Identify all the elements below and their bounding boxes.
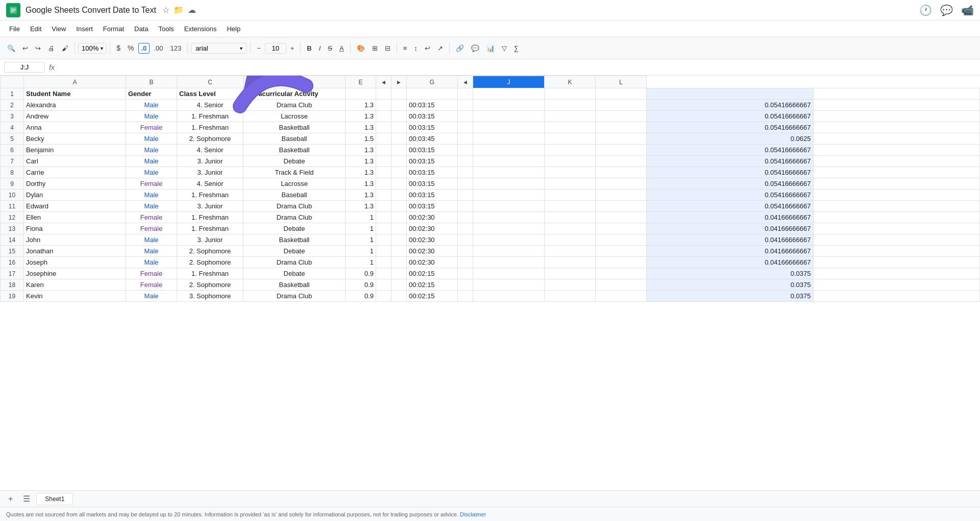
cell[interactable] bbox=[545, 111, 596, 122]
cell[interactable]: 1.3 bbox=[346, 145, 376, 156]
fill-color-button[interactable]: 🎨 bbox=[354, 42, 368, 54]
col-header-L[interactable]: L bbox=[596, 76, 647, 88]
cell[interactable] bbox=[813, 279, 980, 291]
cell[interactable] bbox=[596, 88, 647, 100]
cell[interactable] bbox=[813, 111, 980, 122]
cell[interactable] bbox=[458, 156, 473, 167]
row-header-7[interactable]: 7 bbox=[1, 156, 24, 167]
cell[interactable] bbox=[458, 234, 473, 246]
cell[interactable]: Andrew bbox=[24, 111, 126, 122]
cell[interactable]: 1.3 bbox=[346, 178, 376, 190]
cell[interactable]: Drama Club bbox=[243, 257, 346, 268]
cell[interactable] bbox=[596, 145, 647, 156]
rotate-button[interactable]: ↗ bbox=[434, 42, 446, 54]
sheet-tab-1[interactable]: Sheet1 bbox=[36, 493, 73, 505]
currency-button[interactable]: $ bbox=[113, 42, 124, 54]
cell[interactable] bbox=[458, 190, 473, 201]
cell[interactable]: 1 bbox=[346, 223, 376, 234]
cell[interactable]: 00:02:30 bbox=[407, 246, 458, 257]
row-header-1[interactable]: 1 bbox=[1, 88, 24, 100]
cell[interactable]: 1.3 bbox=[346, 156, 376, 167]
chart-button[interactable]: 📊 bbox=[483, 42, 498, 54]
merge-button[interactable]: ⊟ bbox=[382, 42, 394, 54]
cell[interactable]: 00:02:15 bbox=[407, 291, 458, 302]
cell[interactable]: Male bbox=[126, 190, 177, 201]
folder-icon[interactable]: 📁 bbox=[174, 5, 184, 15]
cell[interactable]: Class Level bbox=[177, 88, 243, 100]
menu-data[interactable]: Data bbox=[129, 23, 153, 35]
cell[interactable]: Male bbox=[126, 167, 177, 178]
cell[interactable]: Lacrosse bbox=[243, 178, 346, 190]
cell[interactable]: Dorthy bbox=[24, 178, 126, 190]
cell[interactable]: 1 bbox=[346, 234, 376, 246]
menu-tools[interactable]: Tools bbox=[153, 23, 179, 35]
wrap-button[interactable]: ↩ bbox=[422, 42, 433, 54]
menu-extensions[interactable]: Extensions bbox=[179, 23, 222, 35]
cell[interactable]: Male bbox=[126, 246, 177, 257]
cell[interactable]: 2. Sophomore bbox=[177, 279, 243, 291]
cell[interactable]: 0.0625 bbox=[647, 133, 814, 145]
row-header-16[interactable]: 16 bbox=[1, 257, 24, 268]
cell[interactable] bbox=[458, 291, 473, 302]
text-color-button[interactable]: A bbox=[336, 42, 347, 54]
cell[interactable]: 0.9 bbox=[346, 291, 376, 302]
cell[interactable]: 00:03:15 bbox=[407, 100, 458, 111]
borders-button[interactable]: ⊞ bbox=[369, 42, 381, 54]
cell[interactable] bbox=[407, 88, 458, 100]
cell[interactable]: 1 bbox=[346, 246, 376, 257]
cell[interactable]: 1. Freshman bbox=[177, 268, 243, 279]
cell[interactable]: Male bbox=[126, 145, 177, 156]
cell[interactable] bbox=[813, 167, 980, 178]
row-header-5[interactable]: 5 bbox=[1, 133, 24, 145]
filter-button[interactable]: ▽ bbox=[499, 42, 510, 54]
font-size-increase[interactable]: + bbox=[287, 42, 298, 54]
cell[interactable]: 4. Senior bbox=[177, 178, 243, 190]
bold-button[interactable]: B bbox=[304, 42, 314, 54]
undo-button[interactable]: ↩ bbox=[19, 42, 31, 54]
font-size-decrease[interactable]: − bbox=[254, 42, 264, 54]
cell[interactable] bbox=[596, 167, 647, 178]
cell[interactable] bbox=[458, 268, 473, 279]
cell[interactable] bbox=[596, 212, 647, 223]
cell[interactable] bbox=[596, 111, 647, 122]
cell[interactable] bbox=[596, 156, 647, 167]
cell[interactable]: Dylan bbox=[24, 190, 126, 201]
cell[interactable]: 00:03:15 bbox=[407, 111, 458, 122]
cell[interactable] bbox=[458, 201, 473, 212]
cell[interactable]: Male bbox=[126, 100, 177, 111]
cell[interactable]: Debate bbox=[243, 246, 346, 257]
cell[interactable] bbox=[596, 133, 647, 145]
cell-reference-input[interactable] bbox=[4, 62, 45, 73]
cell[interactable]: 0.05416666667 bbox=[647, 145, 814, 156]
cell[interactable]: Jonathan bbox=[24, 246, 126, 257]
cell[interactable] bbox=[545, 246, 596, 257]
cell[interactable]: 00:03:45 bbox=[407, 133, 458, 145]
cell[interactable] bbox=[458, 223, 473, 234]
cell[interactable] bbox=[545, 145, 596, 156]
cell[interactable]: Male bbox=[126, 111, 177, 122]
valign-button[interactable]: ↕ bbox=[411, 42, 421, 54]
row-header-14[interactable]: 14 bbox=[1, 234, 24, 246]
cell[interactable]: 0.05416666667 bbox=[647, 190, 814, 201]
cell[interactable] bbox=[596, 268, 647, 279]
cell[interactable]: 4. Senior bbox=[177, 100, 243, 111]
cell[interactable] bbox=[346, 88, 376, 100]
menu-help[interactable]: Help bbox=[222, 23, 246, 35]
cell[interactable] bbox=[813, 291, 980, 302]
cell[interactable] bbox=[596, 201, 647, 212]
row-header-12[interactable]: 12 bbox=[1, 212, 24, 223]
meet-icon[interactable]: 📹 bbox=[961, 4, 974, 16]
cell[interactable]: Drama Club bbox=[243, 291, 346, 302]
cell[interactable] bbox=[596, 279, 647, 291]
col-header-arrleft2[interactable]: ◀ bbox=[458, 76, 473, 88]
redo-button[interactable]: ↪ bbox=[32, 42, 44, 54]
col-header-arrright[interactable]: ▶ bbox=[391, 76, 407, 88]
row-header-6[interactable]: 6 bbox=[1, 145, 24, 156]
cell[interactable]: Debate bbox=[243, 268, 346, 279]
cell[interactable]: 00:02:30 bbox=[407, 223, 458, 234]
col-header-A[interactable]: A bbox=[24, 76, 126, 88]
cell[interactable] bbox=[813, 268, 980, 279]
cell[interactable]: 1. Freshman bbox=[177, 111, 243, 122]
cell[interactable]: 1. Freshman bbox=[177, 223, 243, 234]
cell[interactable]: 00:03:15 bbox=[407, 178, 458, 190]
